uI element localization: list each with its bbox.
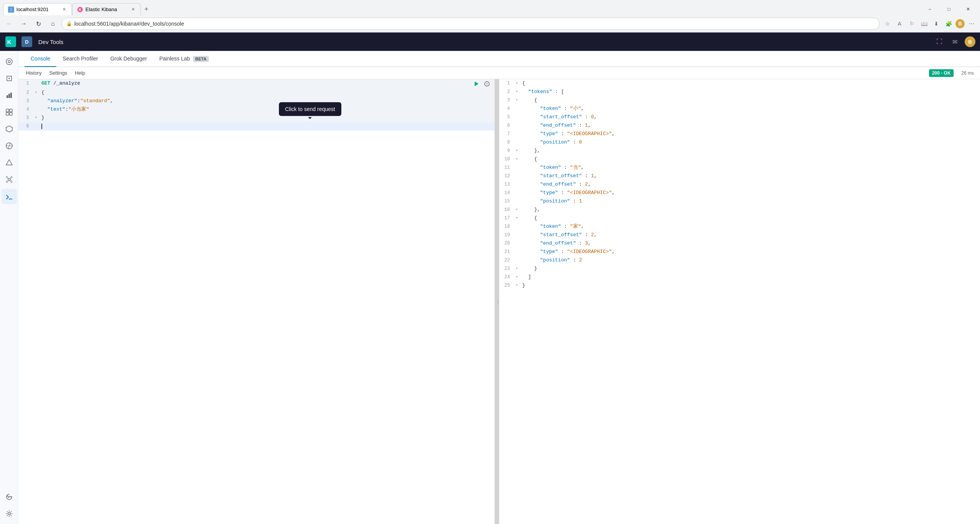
line-content-6[interactable] [40,122,495,131]
response-line-22: 22 "position" : 2 [499,256,980,264]
editor-pane[interactable]: 1GET /_analyze?2▾{3 "analyzer":"standard… [18,79,496,524]
new-tab-button[interactable]: + [141,4,152,15]
reload-button[interactable]: ↻ [32,18,44,30]
extensions-puzzle-icon[interactable]: 🧩 [943,18,954,29]
response-line-number-17: 17 [499,214,513,222]
time-badge: 26 ms [961,70,974,76]
response-line-number-20: 20 [499,239,513,248]
response-gutter-2: ▾ [513,88,521,96]
response-line-number-7: 7 [499,130,513,138]
history-button[interactable]: History [25,69,43,77]
tab-kibana[interactable]: K Elastic Kibana ✕ [72,3,141,15]
editor-line-4: 4 "text":"小当家" [18,105,495,114]
sidebar-item-canvas[interactable] [2,121,17,137]
url-bar[interactable]: 🔒 localhost:5601/app/kibana#/dev_tools/c… [61,18,880,30]
tab-grok-debugger[interactable]: Grok Debugger [104,51,153,67]
tab-painless-lab[interactable]: Painless Lab BETA [153,51,215,67]
svg-point-25 [8,513,10,515]
response-line-3: 3▾ { [499,96,980,104]
line-number-1: 1 [18,79,32,88]
response-line-number-21: 21 [499,248,513,256]
forward-button[interactable]: → [18,18,30,30]
sidebar-item-dashboard[interactable] [2,104,17,120]
tab-console[interactable]: Console [25,51,56,67]
tab-favicon-localhost: l [8,7,14,13]
line-content-2[interactable]: { [40,88,495,97]
home-button[interactable]: ⌂ [47,18,59,30]
extensions-icon[interactable]: ☆ [882,18,893,29]
svg-text:K: K [79,8,82,12]
pane-divider[interactable]: ⋮ [496,79,499,524]
sidebar-item-monitoring[interactable] [2,489,17,504]
response-line-7: 7 "type" : "<IDEOGRAPHIC>", [499,130,980,138]
avatar-icon[interactable]: B [955,19,965,28]
line-content-4[interactable]: "text":"小当家" [40,105,495,114]
svg-rect-8 [6,109,9,112]
sidebar-item-ml[interactable] [2,155,17,170]
fullscreen-icon[interactable]: ⛶ [934,36,945,47]
translate-icon[interactable]: A [894,18,905,29]
user-avatar[interactable]: D [21,36,32,47]
sidebar-item-discover[interactable] [2,71,17,86]
kibana-avatar-header[interactable]: B [965,36,975,47]
kibana-logo[interactable]: K [5,36,17,48]
line-content-1[interactable]: GET /_analyze [40,79,472,88]
back-button[interactable]: ← [3,18,15,30]
editor-content: 1GET /_analyze?2▾{3 "analyzer":"standard… [18,79,495,131]
line-gutter-2: ▾ [32,88,40,97]
lock-icon: 🔒 [66,21,72,26]
response-line-16: 16▾ }, [499,206,980,214]
response-line-number-4: 4 [499,104,513,113]
response-content-5: "start_offset" : 0, [521,113,980,121]
status-badge: 200 - OK [929,69,954,77]
discover-icon [5,75,13,82]
line-gutter-5: ▾ [32,114,40,122]
svg-point-19 [11,181,12,183]
notifications-icon[interactable]: ✉ [949,36,960,47]
svg-point-17 [11,176,12,178]
response-line-15: 15 "position" : 1 [499,197,980,206]
sidebar-item-graph[interactable] [2,172,17,187]
main-layout: Console Search Profiler Grok Debugger Pa… [0,51,980,524]
tab-localhost[interactable]: l localhost:9201 ✕ [3,3,72,15]
sidebar-item-settings[interactable] [2,506,17,521]
svg-rect-11 [10,113,12,115]
home-icon [5,58,13,65]
sidebar-item-home[interactable] [2,54,17,69]
tab-close-kibana[interactable]: ✕ [130,7,136,13]
sidebar-item-devtools[interactable] [2,189,17,204]
response-line-25: 25▾} [499,281,980,290]
response-gutter-9: ▾ [513,147,521,155]
response-line-number-16: 16 [499,206,513,214]
help-button[interactable]: Help [73,69,87,77]
response-line-14: 14 "type" : "<IDEOGRAPHIC>", [499,189,980,197]
settings-button[interactable]: Settings [48,69,69,77]
screen-capture-icon[interactable]: ⬇ [931,18,942,29]
response-line-number-2: 2 [499,88,513,96]
response-content-10: { [521,155,980,163]
maximize-button[interactable]: □ [940,3,958,15]
tab-search-profiler[interactable]: Search Profiler [56,51,104,67]
response-line-10: 10▾ { [499,155,980,163]
response-line-18: 18 "token" : "家", [499,222,980,231]
reading-mode-icon[interactable]: 📖 [919,18,929,29]
send-request-button[interactable] [472,79,481,88]
close-button[interactable]: ✕ [959,3,977,15]
response-content-17: { [521,214,980,222]
line-content-5[interactable]: } [40,114,495,122]
line-number-4: 4 [18,105,32,114]
response-line-number-25: 25 [499,281,513,290]
open-documentation-button[interactable]: ? [482,79,492,88]
sidebar-item-maps[interactable] [2,138,17,153]
editor-line-6: 6 [18,122,495,131]
line-content-3[interactable]: "analyzer":"standard", [40,97,495,105]
svg-line-22 [7,181,8,181]
sidebar-item-visualize[interactable] [2,88,17,103]
canvas-icon [5,125,13,133]
star-icon[interactable]: ⚐ [906,18,917,29]
minimize-button[interactable]: − [921,3,939,15]
more-options-icon[interactable]: ⋯ [966,18,977,29]
response-gutter-3: ▾ [513,96,521,104]
svg-rect-5 [7,95,8,98]
tab-close-localhost[interactable]: ✕ [61,7,67,13]
